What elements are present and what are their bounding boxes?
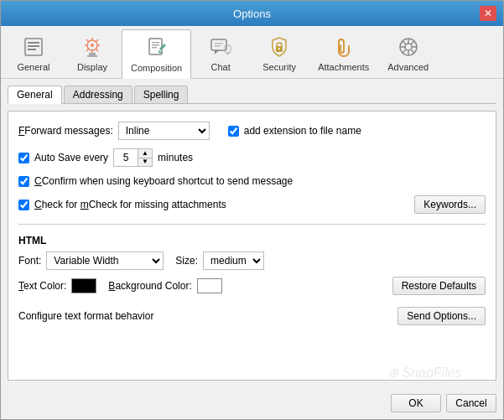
toolbar-label-chat: Chat — [211, 62, 231, 72]
svg-rect-15 — [87, 55, 97, 57]
attachments-icon — [330, 34, 357, 60]
toolbar-item-attachments[interactable]: Attachments — [309, 29, 378, 78]
svg-line-38 — [403, 41, 406, 44]
check-attachments-row: Check for mCheck for missing attachments… — [18, 195, 486, 214]
svg-point-33 — [405, 44, 412, 50]
options-window: Options ✕ General — [0, 0, 504, 420]
add-extension-label: add extension to file name — [244, 125, 361, 137]
forward-messages-label: FForward messages: — [18, 125, 113, 137]
svg-point-31 — [278, 48, 280, 49]
size-select[interactable]: small medium large — [203, 251, 264, 270]
text-color-label: Text Color: — [18, 280, 66, 292]
toolbar-label-display: Display — [77, 62, 107, 72]
toolbar-label-general: General — [17, 62, 49, 72]
confirm-shortcut-row: CConfirm when using keyboard shortcut to… — [18, 175, 486, 187]
color-row: Text Color: Background Color: Restore De… — [18, 277, 486, 295]
svg-line-12 — [96, 39, 99, 42]
font-select[interactable]: Variable Width Fixed Width Arial Times N… — [46, 251, 164, 270]
svg-line-39 — [411, 49, 414, 53]
svg-rect-14 — [89, 53, 96, 55]
add-extension-checkbox[interactable] — [228, 126, 239, 137]
title-bar: Options ✕ — [1, 1, 503, 26]
auto-save-suffix: minutes — [158, 152, 193, 163]
auto-save-spinbox: ▲ ▼ — [113, 148, 153, 167]
svg-rect-25 — [215, 43, 223, 44]
check-attachments-checkbox[interactable] — [18, 200, 29, 210]
footer: OK Cancel — [1, 387, 503, 419]
svg-line-22 — [159, 52, 162, 53]
forward-messages-row: FForward messages: Inline As Attachment … — [18, 122, 486, 140]
content-area: General Addressing Spelling FForward mes… — [1, 79, 503, 387]
tab-general[interactable]: General — [8, 86, 62, 104]
general-panel: FForward messages: Inline As Attachment … — [8, 111, 496, 381]
auto-save-label: Auto Save every — [34, 152, 108, 163]
spinbox-up[interactable]: ▲ — [138, 149, 152, 158]
font-row: Font: Variable Width Fixed Width Arial T… — [18, 251, 486, 270]
svg-line-11 — [96, 49, 99, 52]
spinbox-buttons: ▲ ▼ — [138, 149, 152, 166]
display-icon — [79, 34, 106, 60]
toolbar-item-general[interactable]: General — [4, 29, 63, 78]
divider — [18, 224, 486, 225]
toolbar-item-chat[interactable]: Chat — [191, 29, 250, 78]
tab-addressing[interactable]: Addressing — [64, 86, 132, 103]
svg-rect-19 — [152, 47, 157, 49]
security-icon — [266, 34, 293, 60]
svg-rect-17 — [152, 42, 159, 44]
keywords-button[interactable]: Keywords... — [414, 195, 486, 214]
svg-rect-18 — [152, 44, 159, 46]
toolbar-label-security: Security — [262, 62, 296, 72]
tab-spelling[interactable]: Spelling — [134, 86, 189, 103]
spinbox-down[interactable]: ▼ — [138, 158, 152, 167]
toolbar-item-display[interactable]: Display — [63, 29, 122, 78]
general-icon — [20, 34, 47, 60]
restore-defaults-button[interactable]: Restore Defaults — [392, 277, 486, 295]
svg-rect-1 — [28, 42, 39, 44]
cancel-button[interactable]: Cancel — [446, 394, 496, 412]
bg-color-picker[interactable] — [197, 278, 222, 293]
svg-line-40 — [411, 41, 414, 44]
configure-text-label: Configure text format behavior — [18, 310, 153, 322]
auto-save-row: Auto Save every ▲ ▼ minutes — [18, 148, 486, 167]
svg-line-13 — [86, 49, 89, 52]
svg-line-10 — [86, 39, 89, 42]
toolbar-item-advanced[interactable]: Advanced — [378, 29, 438, 78]
auto-save-input[interactable] — [114, 149, 138, 166]
window-title: Options — [24, 8, 480, 20]
ok-button[interactable]: OK — [391, 394, 441, 412]
chat-icon — [207, 34, 234, 60]
svg-marker-24 — [215, 50, 219, 54]
html-section: HTML Font: Variable Width Fixed Width Ar… — [18, 235, 486, 295]
svg-marker-28 — [227, 53, 230, 55]
toolbar-label-composition: Composition — [131, 63, 182, 73]
svg-rect-23 — [211, 39, 226, 50]
svg-rect-3 — [28, 49, 36, 50]
close-button[interactable]: ✕ — [480, 6, 496, 21]
composition-icon — [143, 34, 170, 61]
svg-point-5 — [91, 44, 94, 47]
confirm-shortcut-label: CConfirm when using keyboard shortcut to… — [34, 175, 293, 187]
size-label: Size: — [175, 255, 198, 267]
svg-rect-26 — [215, 45, 221, 47]
toolbar-label-attachments: Attachments — [318, 62, 369, 72]
svg-rect-2 — [28, 45, 39, 47]
toolbar-label-advanced: Advanced — [387, 62, 429, 72]
advanced-icon — [395, 34, 422, 60]
check-attachments-label: Check for mCheck for missing attachments — [34, 199, 226, 210]
forward-messages-select[interactable]: Inline As Attachment Quoted — [118, 122, 210, 140]
toolbar-item-security[interactable]: Security — [250, 29, 309, 78]
font-label: Font: — [18, 255, 41, 267]
html-section-label: HTML — [18, 235, 486, 246]
svg-rect-27 — [225, 45, 231, 53]
configure-text-row: Configure text format behavior Send Opti… — [18, 307, 486, 325]
tab-bar: General Addressing Spelling — [8, 86, 496, 104]
send-options-button[interactable]: Send Options... — [397, 307, 486, 325]
text-color-picker[interactable] — [71, 278, 96, 293]
toolbar-item-composition[interactable]: Composition — [122, 29, 191, 79]
bg-color-label: Background Color: — [108, 280, 191, 292]
confirm-shortcut-checkbox[interactable] — [18, 176, 29, 187]
auto-save-checkbox[interactable] — [18, 153, 29, 163]
svg-line-41 — [403, 49, 406, 53]
toolbar: General Display — [1, 26, 503, 79]
